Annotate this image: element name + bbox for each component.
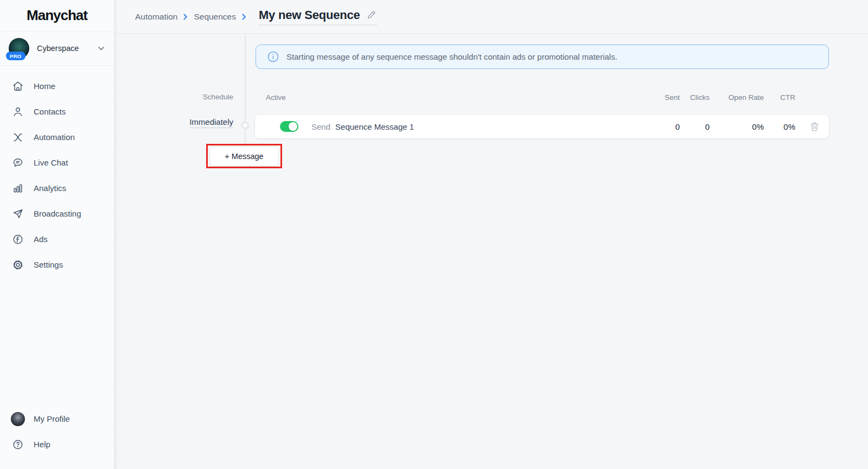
- chevron-right-icon: [183, 14, 188, 20]
- app-root: Manychat PRO Cyberspace Home: [0, 0, 868, 469]
- sidebar-item-broadcasting[interactable]: Broadcasting: [0, 201, 114, 226]
- sequence-title-wrap: My new Sequence: [259, 8, 377, 26]
- chevron-down-icon: [98, 47, 104, 50]
- sidebar-item-label: Settings: [34, 260, 63, 269]
- column-header-ctr: CTR: [764, 93, 795, 102]
- send-label: Send: [311, 122, 330, 131]
- info-banner-text: Starting message of any sequence message…: [286, 52, 617, 61]
- column-header-active: Active: [266, 93, 647, 102]
- pro-badge: PRO: [6, 52, 25, 60]
- sidebar: Manychat PRO Cyberspace Home: [0, 0, 114, 469]
- main-area: Automation Sequences My new Sequence: [114, 0, 868, 469]
- sequence-timeline-line: [245, 34, 246, 147]
- info-banner: Starting message of any sequence message…: [256, 45, 829, 69]
- live-chat-icon: [12, 157, 24, 169]
- sidebar-nav: Home Contacts Automation Live Chat: [0, 73, 114, 277]
- sidebar-item-label: Live Chat: [34, 158, 68, 167]
- account-name: Cyberspace: [37, 44, 79, 53]
- sidebar-item-my-profile[interactable]: My Profile: [0, 406, 114, 432]
- sidebar-item-label: Home: [34, 81, 55, 91]
- timeline-node-circle: [241, 122, 249, 129]
- sidebar-item-contacts[interactable]: Contacts: [0, 99, 114, 124]
- analytics-icon: [12, 182, 24, 194]
- sidebar-item-label: My Profile: [34, 414, 70, 423]
- sidebar-item-analytics[interactable]: Analytics: [0, 175, 114, 201]
- sent-value: 0: [647, 122, 680, 131]
- page-title: My new Sequence: [259, 8, 360, 22]
- sidebar-footer: My Profile Help: [0, 406, 114, 457]
- sidebar-item-help[interactable]: Help: [0, 432, 114, 457]
- clicks-value: 0: [680, 122, 710, 131]
- sequence-message-row: Send Sequence Message 1 0 0 0% 0%: [255, 115, 829, 138]
- toggle-knob: [289, 122, 297, 131]
- manychat-logo[interactable]: Manychat: [0, 0, 114, 31]
- account-switcher[interactable]: PRO Cyberspace: [0, 31, 114, 66]
- breadcrumb: Automation Sequences My new Sequence: [114, 0, 868, 34]
- active-toggle[interactable]: [280, 121, 298, 132]
- sidebar-item-automation[interactable]: Automation: [0, 124, 114, 150]
- ads-icon: [12, 233, 24, 245]
- sidebar-item-ads[interactable]: Ads: [0, 226, 114, 252]
- contacts-icon: [12, 106, 24, 118]
- account-avatar: PRO: [9, 38, 29, 59]
- column-header-sent: Sent: [647, 93, 680, 102]
- sidebar-item-settings[interactable]: Settings: [0, 252, 114, 277]
- schedule-immediately-link[interactable]: Immediately: [189, 117, 233, 128]
- breadcrumb-sequences[interactable]: Sequences: [194, 12, 236, 22]
- delete-message-trash-icon[interactable]: [810, 122, 819, 131]
- automation-icon: [12, 131, 24, 143]
- table-header-row: Active Sent Clicks Open Rate CTR: [255, 92, 829, 103]
- message-name-link[interactable]: Sequence Message 1: [335, 122, 414, 131]
- ctr-value: 0%: [764, 122, 795, 131]
- broadcasting-icon: [12, 208, 24, 220]
- schedule-value-wrap: Immediately: [114, 117, 233, 128]
- column-header-open-rate: Open Rate: [710, 93, 764, 102]
- add-message-button[interactable]: + Message: [209, 147, 279, 166]
- message-row-main: Send Sequence Message 1: [255, 121, 647, 132]
- edit-title-pencil-icon[interactable]: [367, 10, 376, 20]
- chevron-right-icon: [242, 14, 246, 20]
- sidebar-item-home[interactable]: Home: [0, 73, 114, 99]
- sequence-content: Starting message of any sequence message…: [114, 34, 868, 469]
- sidebar-item-label: Analytics: [34, 183, 66, 193]
- schedule-column-label: Schedule: [114, 93, 233, 101]
- sidebar-item-label: Contacts: [34, 107, 66, 116]
- sidebar-item-label: Automation: [34, 132, 75, 142]
- sidebar-item-label: Ads: [34, 234, 48, 244]
- home-icon: [12, 80, 24, 92]
- breadcrumb-automation[interactable]: Automation: [135, 12, 177, 22]
- info-icon: [267, 51, 279, 62]
- sidebar-item-label: Help: [34, 440, 50, 449]
- open-rate-value: 0%: [710, 122, 764, 131]
- click-target-annotation-box: + Message: [206, 144, 282, 168]
- sidebar-item-label: Broadcasting: [34, 209, 81, 218]
- column-header-clicks: Clicks: [680, 93, 710, 102]
- help-icon: [12, 439, 24, 451]
- settings-icon: [12, 259, 24, 271]
- profile-avatar: [11, 412, 25, 426]
- sidebar-item-live-chat[interactable]: Live Chat: [0, 150, 114, 175]
